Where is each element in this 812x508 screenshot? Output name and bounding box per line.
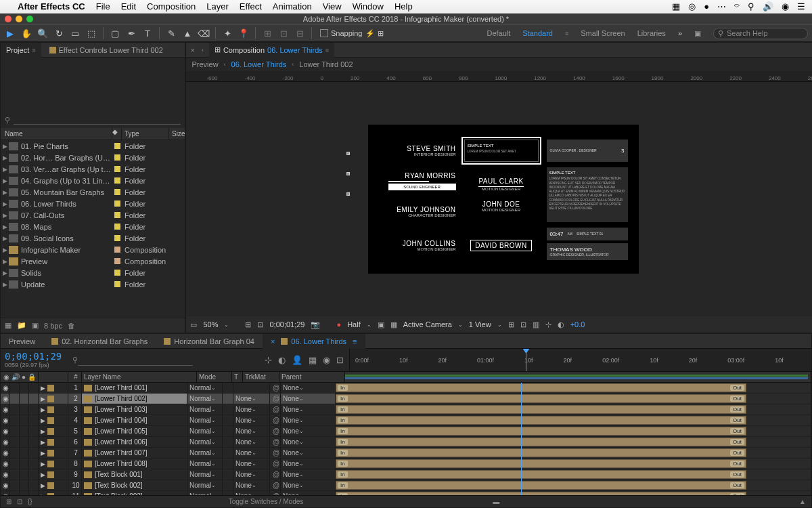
blend-mode-select[interactable]: Normal ⌄ [187, 383, 223, 393]
parent-select[interactable]: None ⌄ [281, 437, 336, 447]
layer-name-cell[interactable]: [Text Block 002] [82, 480, 187, 490]
pixel-ratio-icon[interactable]: ⊞ [508, 320, 514, 329]
timeline-layer-row[interactable]: ◉ ▶ 6 [Lower Third 006] Normal ⌄ None ⌄ … [1, 437, 811, 448]
project-item[interactable]: ▶ 01. Pie Charts Folder [1, 140, 185, 152]
visibility-toggle-icon[interactable]: ◉ [1, 469, 10, 480]
puppet-tool-icon[interactable]: 📍 [238, 27, 250, 39]
preserve-transparency[interactable] [223, 426, 233, 436]
panel-menu-icon[interactable]: ≡ [353, 337, 357, 345]
time-ruler[interactable]: 0:00f10f20f01:00f10f20f02:00f10f20f03:00… [349, 349, 811, 371]
menu-composition[interactable]: Composition [147, 1, 196, 12]
track-matte-select[interactable]: None ⌄ [233, 437, 270, 447]
label-swatch[interactable] [112, 177, 122, 184]
lower-third-7[interactable]: DAVID BROWN [464, 228, 539, 264]
visibility-toggle-icon[interactable]: ◉ [1, 426, 10, 436]
close-window-button[interactable] [5, 16, 12, 22]
layer-switches[interactable]: ▶ [39, 491, 68, 495]
lock-toggle-icon[interactable] [29, 383, 39, 393]
preserve-transparency[interactable] [223, 394, 233, 404]
selection-tool-icon[interactable]: ▶ [4, 27, 16, 39]
menu-window[interactable]: Window [353, 1, 384, 12]
toggle-switch-1-icon[interactable]: ⊞ [6, 498, 12, 505]
toggle-switch-3-icon[interactable]: {} [28, 498, 32, 505]
preserve-transparency[interactable] [223, 437, 233, 447]
layer-bar-area[interactable]: InOut [336, 404, 811, 415]
zoom-in-icon[interactable]: ▲ [799, 498, 806, 505]
eraser-tool-icon[interactable]: ⌫ [198, 27, 210, 39]
track-matte-select[interactable] [233, 383, 270, 393]
parent-pickwhip-icon[interactable]: @ [270, 426, 281, 436]
lock-toggle-icon[interactable] [29, 459, 39, 469]
blend-mode-select[interactable]: Normal ⌄ [187, 459, 223, 469]
label-swatch[interactable] [112, 224, 122, 230]
timeline-layer-row[interactable]: ◉ ▶ 8 [Lower Third 008] Normal ⌄ None ⌄ … [1, 459, 811, 469]
timeline-layer-row[interactable]: ◉ ▶ 1 [Lower Third 001] Normal ⌄ @ None … [1, 383, 811, 394]
disclosure-arrow-icon[interactable]: ▶ [1, 166, 9, 173]
menu-animation[interactable]: Animation [273, 1, 312, 12]
project-item[interactable]: ▶ 04. Graphs (Up to 31 Lines) Folder [1, 175, 185, 186]
crumb-comp[interactable]: 06. Lower Thirds [231, 60, 287, 68]
track-matte-select[interactable]: None ⌄ [233, 426, 270, 436]
visibility-toggle-icon[interactable]: ◉ [1, 480, 10, 490]
lower-third-2[interactable]: RYAN MORRIS SOUND ENGINEER [388, 167, 456, 196]
layer-name-cell[interactable]: [Lower Third 006] [82, 437, 187, 447]
menu-view[interactable]: View [323, 1, 342, 12]
flowchart-icon[interactable]: ⊹ [545, 320, 551, 329]
col-audio-icon[interactable]: 🔊 [12, 372, 20, 383]
lock-toggle-icon[interactable] [29, 448, 39, 458]
shape-tool-icon[interactable]: ▢ [109, 27, 121, 39]
parent-select[interactable]: None ⌄ [281, 383, 336, 393]
disclosure-arrow-icon[interactable]: ▶ [1, 224, 9, 230]
col-mode[interactable]: Mode [197, 372, 232, 382]
label-swatch[interactable] [112, 212, 122, 218]
disclosure-arrow-icon[interactable]: ▶ [1, 189, 9, 196]
solo-toggle-icon[interactable] [20, 459, 29, 469]
roto-tool-icon[interactable]: ⬚ [85, 27, 97, 39]
parent-pickwhip-icon[interactable]: @ [270, 448, 281, 458]
timeline-layers[interactable]: ◉ ▶ 1 [Lower Third 001] Normal ⌄ @ None … [1, 383, 811, 495]
lock-toggle-icon[interactable] [29, 491, 39, 495]
status-filmstrip-icon[interactable]: ▦ [672, 1, 680, 12]
resolution-value[interactable]: Half [347, 320, 361, 329]
parent-pickwhip-icon[interactable]: @ [270, 459, 281, 469]
parent-pickwhip-icon[interactable]: @ [270, 394, 281, 404]
frame-blend-icon[interactable]: ▦ [309, 355, 317, 365]
col-trkmat[interactable]: TrkMat [243, 372, 279, 382]
current-timecode[interactable]: 0;00;01;29 [5, 351, 64, 362]
interpret-footage-icon[interactable]: ▦ [5, 321, 12, 330]
parent-select[interactable]: None ⌄ [281, 469, 336, 480]
snapping-3d-icon[interactable]: ⊞ [378, 29, 384, 38]
lock-toggle-icon[interactable] [29, 426, 39, 436]
solo-toggle-icon[interactable] [20, 383, 29, 393]
lower-third-5[interactable]: PAUL CLARK MOTION DESIGNER JOHN DOE MOTI… [464, 167, 539, 222]
layer-switches[interactable]: ▶ [39, 469, 68, 480]
layer-switches[interactable]: ▶ [39, 480, 68, 490]
col-eye-icon[interactable]: ◉ [3, 372, 9, 383]
timeline-layer-row[interactable]: ◉ ▶ 9 [Text Block 001] Normal ⌄ None ⌄ @… [1, 469, 811, 480]
parent-pickwhip-icon[interactable]: @ [270, 404, 281, 415]
work-area-bar[interactable] [345, 375, 808, 377]
workspace-standard[interactable]: Standard [522, 29, 553, 37]
hide-shy-icon[interactable]: 👤 [292, 355, 302, 365]
project-item[interactable]: ▶ 07. Call-Outs Folder [1, 209, 185, 221]
workspace-menu-icon[interactable]: ≡ [565, 30, 568, 37]
workspace-overflow-icon[interactable]: » [678, 29, 682, 37]
disclosure-arrow-icon[interactable]: ▶ [1, 281, 9, 288]
col-number[interactable]: # [68, 372, 82, 382]
layer-switches[interactable]: ▶ [39, 394, 68, 404]
label-swatch[interactable] [112, 154, 122, 161]
layer-name-cell[interactable]: [Lower Third 003] [82, 404, 187, 415]
audio-toggle-icon[interactable] [10, 459, 20, 469]
label-swatch[interactable] [112, 247, 122, 253]
visibility-toggle-icon[interactable]: ◉ [1, 415, 10, 425]
bpc-label[interactable]: 8 bpc [44, 322, 62, 330]
timeline-search-input[interactable] [78, 355, 193, 366]
project-item[interactable]: ▶ 02. Hor… Bar Graphs (Up to 7 Lines) Fo… [1, 152, 185, 163]
col-t[interactable]: T [232, 372, 243, 382]
parent-select[interactable]: None ⌄ [281, 480, 336, 490]
search-help-field[interactable]: ⚲ Search Help [713, 28, 808, 39]
status-menu-icon[interactable]: ☰ [797, 1, 805, 12]
layer-name-cell[interactable]: [Lower Third 001] [82, 383, 187, 393]
layer-switches[interactable]: ▶ [39, 383, 68, 393]
parent-pickwhip-icon[interactable]: @ [270, 480, 281, 490]
